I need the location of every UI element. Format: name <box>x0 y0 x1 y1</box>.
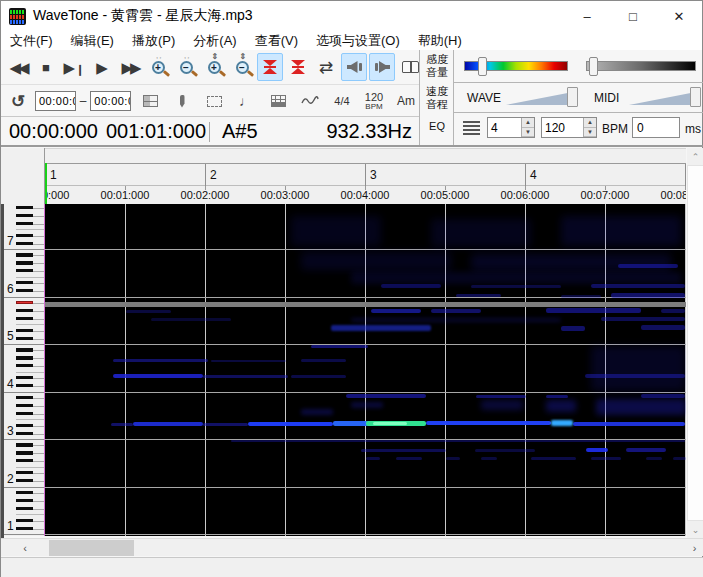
key-button[interactable]: Am <box>393 87 419 115</box>
sensitivity-slider-track[interactable] <box>464 61 568 71</box>
black-key[interactable] <box>16 214 33 217</box>
black-key[interactable] <box>16 356 33 359</box>
menu-item-1[interactable]: 编辑(E) <box>62 31 123 50</box>
rewind-button[interactable]: ◀◀ <box>5 53 31 81</box>
select-region-button[interactable] <box>201 87 227 115</box>
black-key[interactable] <box>16 337 33 340</box>
wave-sound-button[interactable] <box>341 53 367 81</box>
black-key[interactable] <box>16 253 33 256</box>
black-key[interactable] <box>16 206 33 209</box>
black-key[interactable] <box>16 396 33 399</box>
midi-label: MIDI <box>594 91 619 105</box>
stop-button[interactable]: ■ <box>33 53 59 81</box>
scroll-left-icon[interactable]: ‹ <box>5 539 45 557</box>
black-key[interactable] <box>16 329 33 332</box>
black-key[interactable] <box>16 451 33 454</box>
tempo-button[interactable]: 120BPM <box>361 87 387 115</box>
black-key[interactable] <box>16 234 33 237</box>
black-key[interactable] <box>16 424 33 427</box>
black-key[interactable] <box>16 527 33 530</box>
fold-display-button[interactable] <box>257 53 283 81</box>
menu-item-2[interactable]: 播放(P) <box>123 31 184 50</box>
tempo-up-icon[interactable]: ▲ <box>584 118 596 128</box>
black-key[interactable] <box>16 491 33 494</box>
spectrogram-view[interactable] <box>45 204 686 536</box>
black-key[interactable] <box>16 471 33 474</box>
scroll-down-icon[interactable]: ⌄ <box>687 521 703 538</box>
pencil-button[interactable] <box>169 87 195 115</box>
piano-keyboard[interactable]: 7654321 <box>4 204 45 536</box>
horizontal-scrollbar[interactable]: ‹ › <box>1 538 703 556</box>
black-key[interactable] <box>16 459 33 462</box>
midi-slider-thumb[interactable] <box>690 87 701 107</box>
black-key[interactable] <box>16 404 33 407</box>
zoom-out-vertical-button[interactable]: − <box>229 53 255 81</box>
black-key[interactable] <box>16 443 33 446</box>
time-signature-button[interactable]: 4/4 <box>329 87 355 115</box>
timeline-ruler[interactable]: 1234 00:00:00000:01:00000:02:00000:03:00… <box>1 148 686 204</box>
loop-end-input[interactable]: 00:00:000 <box>90 91 131 111</box>
black-key[interactable] <box>16 317 33 320</box>
swap-channels-button[interactable]: ⇄ <box>313 53 339 81</box>
scroll-right-icon[interactable]: › <box>686 539 703 557</box>
loop-start-input[interactable]: 00:00:000 <box>35 91 76 111</box>
black-key[interactable] <box>16 309 33 312</box>
black-key[interactable] <box>16 281 33 284</box>
black-key[interactable] <box>16 499 33 502</box>
beats-up-icon[interactable]: ▲ <box>522 118 534 128</box>
playhead[interactable] <box>45 163 47 204</box>
wave-volume-slider[interactable] <box>506 87 578 107</box>
black-key[interactable] <box>16 384 33 387</box>
note-input-button[interactable]: ♩ <box>233 87 259 115</box>
black-key[interactable] <box>16 261 33 264</box>
black-key[interactable] <box>16 432 33 435</box>
black-key[interactable] <box>16 364 33 367</box>
vertical-scrollbar[interactable]: ⌃ ⌄ <box>687 148 703 538</box>
window-title: WaveTone - 黄霄雲 - 星辰大海.mp3 <box>33 7 253 25</box>
loop-button[interactable]: ↺ <box>7 87 29 115</box>
black-key[interactable] <box>16 507 33 510</box>
maximize-button[interactable]: □ <box>610 1 656 31</box>
beats-down-icon[interactable]: ▼ <box>522 128 534 138</box>
vertical-scroll-thumb[interactable] <box>687 165 703 521</box>
black-key[interactable] <box>16 412 33 415</box>
tempo-down-icon[interactable]: ▼ <box>584 128 596 138</box>
black-key[interactable] <box>16 348 33 351</box>
fast-forward-button[interactable]: ▶▶ <box>117 53 143 81</box>
menu-item-6[interactable]: 帮助(H) <box>409 31 471 50</box>
note-list-button[interactable] <box>265 87 291 115</box>
play-pause-button[interactable]: ▶❙ <box>61 53 87 81</box>
split-view-button[interactable] <box>137 87 163 115</box>
sensitivity-slider-thumb[interactable] <box>478 57 487 76</box>
zoom-in-vertical-button[interactable]: + <box>201 53 227 81</box>
unfold-display-button[interactable] <box>285 53 311 81</box>
minimize-button[interactable]: – <box>564 1 610 31</box>
black-key[interactable] <box>16 479 33 482</box>
black-key[interactable] <box>16 269 33 272</box>
horizontal-scroll-thumb[interactable] <box>49 540 134 556</box>
offset-input[interactable]: 0 <box>632 117 680 138</box>
wave-slider-thumb[interactable] <box>567 87 578 107</box>
tempo-spinner[interactable]: 120 ▲▼ <box>541 117 597 138</box>
scroll-up-icon[interactable]: ⌃ <box>687 148 703 165</box>
black-key[interactable] <box>16 519 33 522</box>
black-key[interactable] <box>16 222 33 225</box>
black-key[interactable] <box>16 289 33 292</box>
beats-spinner[interactable]: 4 ▲▼ <box>487 117 535 138</box>
highlighted-key-A#5[interactable] <box>16 301 33 304</box>
menu-item-4[interactable]: 查看(V) <box>246 31 307 50</box>
midi-sound-button[interactable] <box>369 53 395 81</box>
waveform-button[interactable] <box>297 87 323 115</box>
zoom-in-horizontal-button[interactable]: + <box>145 53 171 81</box>
volume-slider-track[interactable] <box>586 61 696 71</box>
black-key[interactable] <box>16 242 33 245</box>
menu-item-0[interactable]: 文件(F) <box>1 31 62 50</box>
volume-slider-thumb[interactable] <box>589 57 598 76</box>
play-button[interactable]: ▶ <box>89 53 115 81</box>
close-button[interactable]: ✕ <box>656 1 702 31</box>
black-key[interactable] <box>16 376 33 379</box>
menu-item-3[interactable]: 分析(A) <box>184 31 245 50</box>
midi-volume-slider[interactable] <box>629 87 701 107</box>
zoom-out-horizontal-button[interactable]: − <box>173 53 199 81</box>
menu-item-5[interactable]: 选项与设置(O) <box>307 31 409 50</box>
